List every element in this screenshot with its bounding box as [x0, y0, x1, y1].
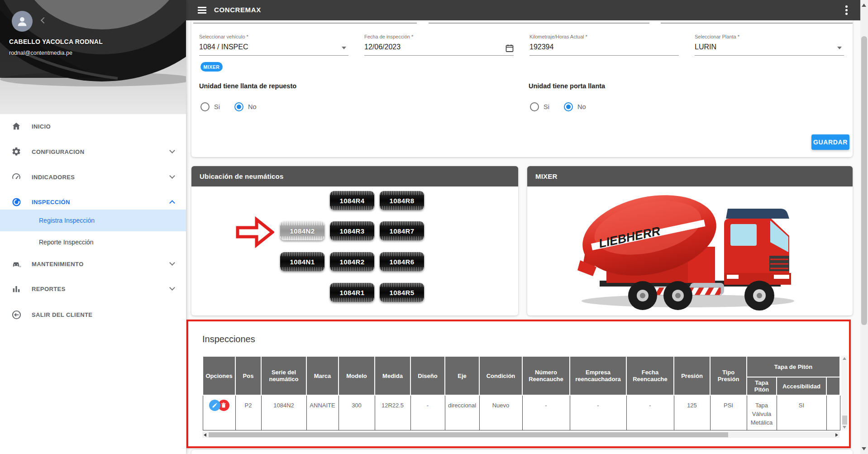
table-horizontal-scrollbar[interactable]: [202, 431, 839, 438]
tire-carrier-radio-group: Si No: [530, 102, 596, 111]
page-scrollbar[interactable]: [860, 0, 868, 454]
edit-button[interactable]: [209, 400, 220, 411]
cell-numero-reencauche: -: [522, 395, 570, 430]
tire-carrier-question-label: Unidad tiene porta llanta: [529, 82, 605, 90]
trash-icon: [221, 402, 226, 408]
cell-presion: 125: [674, 395, 710, 430]
col-serie: Serie del neumático: [261, 356, 306, 395]
cell-tapa-piton: Tapa Válvula Metálica: [747, 395, 777, 430]
col-empresa: Empresa reencauchadora: [570, 356, 626, 395]
col-eje: Eje: [445, 356, 479, 395]
logout-icon: [11, 309, 22, 320]
mixer-truck-image: LIEBHERR: [575, 192, 806, 311]
guardar-button[interactable]: GUARDAR: [811, 134, 849, 150]
tire-panel-title: Ubicación de neumáticos: [200, 172, 283, 180]
cell-medida: 12R22.5: [375, 395, 410, 430]
inspection-form-card: Seleccionar vehículo * 1084 / INSPEC Fec…: [191, 20, 853, 157]
col-fecha-reencauche: Fecha Reencauche: [626, 356, 674, 395]
mixer-panel-header: MIXER: [527, 166, 853, 186]
mixer-panel: MIXER LIEBHERR: [527, 166, 853, 315]
next-card-sliver: [191, 450, 853, 454]
tire-button-1084R1[interactable]: 1084R1: [330, 283, 374, 302]
calendar-icon[interactable]: [506, 44, 514, 53]
table-row: P2 1084N2 ANNAITE 300 12R22.5 - direccio…: [203, 395, 840, 430]
sidebar-item-reportes[interactable]: REPORTES: [0, 278, 186, 300]
dropdown-arrow-icon[interactable]: [342, 47, 346, 49]
scroll-down-arrow-icon[interactable]: [862, 447, 866, 450]
scroll-right-arrow-icon[interactable]: [835, 433, 838, 437]
radio-si[interactable]: [530, 102, 539, 111]
col-opciones: Opciones: [203, 356, 235, 395]
tire-button-1084R7[interactable]: 1084R7: [380, 221, 424, 240]
scroll-up-arrow-icon[interactable]: [843, 357, 846, 360]
col-medida: Medida: [375, 356, 410, 395]
col-tapa-piton: Tapa Pitón: [747, 377, 777, 395]
vehicle-icon: [11, 258, 22, 269]
app-bar: CONCREMAX: [186, 0, 860, 20]
bar-chart-icon: [11, 283, 22, 294]
sidebar-subitem-registra-inspeccion[interactable]: Registra Inspección: [0, 210, 186, 231]
mixer-panel-title: MIXER: [535, 172, 558, 180]
tire-button-1084R4[interactable]: 1084R4: [330, 191, 374, 210]
page-scrollbar-thumb[interactable]: [861, 36, 867, 325]
table-vertical-scrollbar[interactable]: [841, 356, 848, 430]
gauge-icon: [11, 172, 22, 182]
tire-location-panel: Ubicación de neumáticos 1084R4 1084R8 10…: [191, 166, 518, 315]
chevron-down-icon: [169, 285, 175, 291]
inspections-table: Opciones Pos Serie del neumático Marca M…: [202, 356, 840, 430]
dropdown-arrow-icon[interactable]: [837, 47, 842, 49]
scroll-down-arrow-icon[interactable]: [843, 426, 846, 429]
radio-no-selected[interactable]: [234, 102, 243, 111]
person-icon: [16, 15, 29, 28]
sidebar: CABELLO YACOLCA RODNAL rodnal@contentmed…: [0, 0, 186, 454]
tire-button-1084R3[interactable]: 1084R3: [330, 221, 374, 240]
col-pos: Pos: [235, 356, 261, 395]
hamburger-menu-icon[interactable]: [198, 7, 206, 14]
mixer-chip: MIXER: [200, 62, 223, 72]
cell-modelo: 300: [339, 395, 375, 430]
inspections-title: Inspecciones: [202, 334, 255, 344]
sidebar-item-inicio[interactable]: INICIO: [0, 115, 186, 137]
chevron-down-icon: [169, 173, 175, 179]
cell-pos: P2: [235, 395, 261, 430]
gear-icon: [11, 146, 22, 157]
chevron-up-icon: [169, 200, 175, 206]
user-name: CABELLO YACOLCA RODNAL: [9, 38, 103, 45]
col-condicion: Condición: [479, 356, 522, 395]
sidebar-item-mantenimiento[interactable]: MANTENIMIENTO: [0, 253, 186, 275]
scroll-up-arrow-icon[interactable]: [862, 4, 866, 7]
avatar[interactable]: [12, 11, 33, 32]
tire-button-1084R6[interactable]: 1084R6: [380, 252, 424, 271]
h-scrollbar-thumb[interactable]: [209, 432, 728, 437]
tire-button-1084N2-selected[interactable]: 1084N2: [280, 221, 324, 240]
sidebar-item-indicadores[interactable]: INDICADORES: [0, 166, 186, 188]
tire-button-1084R2[interactable]: 1084R2: [330, 252, 374, 271]
cell-empresa: -: [570, 395, 626, 430]
col-numero-reencauche: Número Reencauche: [522, 356, 570, 395]
cell-condicion: Nuevo: [479, 395, 522, 430]
sidebar-item-salir-del-cliente[interactable]: SALIR DEL CLIENTE: [0, 304, 186, 325]
cell-tipo-presion: PSI: [710, 395, 747, 430]
profile-header: CABELLO YACOLCA RODNAL rodnal@contentmed…: [0, 0, 186, 114]
col-accesibilidad: Accesibilidad: [777, 377, 826, 395]
tire-button-1084N1[interactable]: 1084N1: [280, 252, 324, 271]
kebab-menu-icon[interactable]: [845, 5, 848, 16]
row-actions-cell: [203, 395, 235, 430]
sidebar-subitem-reporte-inspeccion[interactable]: Reporte Inspección: [0, 231, 186, 253]
cell-diseno: -: [410, 395, 445, 430]
col-extra-partial: [826, 377, 840, 395]
tire-button-1084R5[interactable]: 1084R5: [380, 283, 424, 302]
sidebar-item-configuracion[interactable]: CONFIGURACION: [0, 141, 186, 162]
radio-no-selected[interactable]: [564, 102, 573, 111]
cell-serie: 1084N2: [261, 395, 306, 430]
tire-button-1084R8[interactable]: 1084R8: [380, 191, 424, 210]
cell-fecha-reencauche: -: [626, 395, 674, 430]
cell-extra-partial: [826, 395, 840, 430]
cell-marca: ANNAITE: [306, 395, 339, 430]
radio-si[interactable]: [200, 102, 210, 111]
scroll-left-arrow-icon[interactable]: [204, 433, 206, 437]
chevron-down-icon: [169, 260, 175, 266]
inspection-icon: [11, 196, 22, 207]
v-scrollbar-thumb[interactable]: [842, 416, 847, 425]
chevron-down-icon: [169, 148, 175, 153]
